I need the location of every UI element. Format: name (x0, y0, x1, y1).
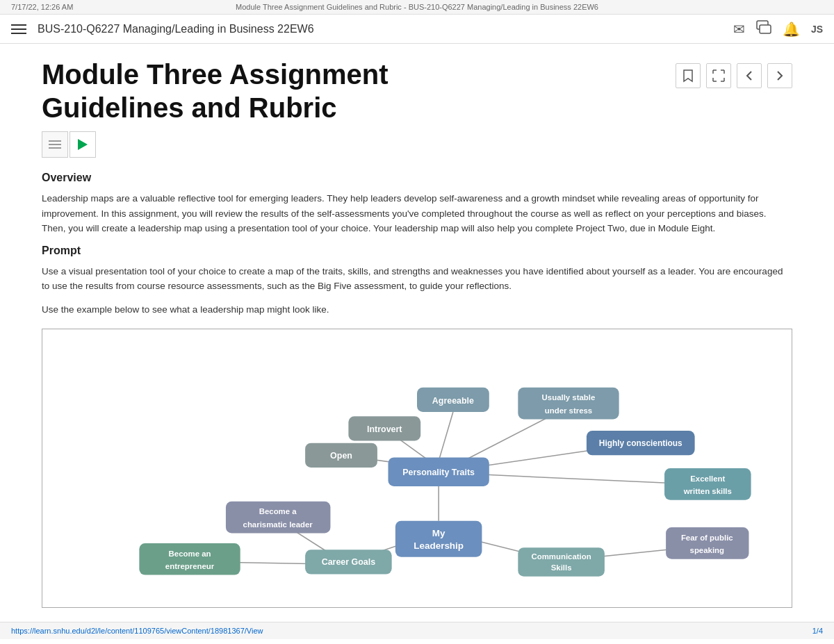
fear-public-label: Fear of public (681, 533, 733, 541)
svg-rect-1 (760, 25, 771, 33)
expand-button[interactable] (706, 63, 731, 88)
center-label: My (432, 527, 445, 538)
svg-line-8 (471, 474, 692, 484)
svg-rect-14 (395, 520, 482, 556)
svg-text:charismatic leader: charismatic leader (243, 520, 313, 529)
chat-icon[interactable] (756, 20, 771, 38)
top-navigation: BUS-210-Q6227 Managing/Leading in Busine… (0, 15, 834, 44)
bookmark-button[interactable] (676, 63, 701, 88)
usually-stable-label: Usually stable (542, 393, 596, 402)
media-play-button[interactable] (70, 131, 96, 158)
prompt-text-2: Use the example below to see what a lead… (42, 302, 792, 317)
media-list-button[interactable] (42, 131, 68, 158)
become-charismatic-label: Become a (259, 507, 297, 515)
page-count-bottom: 1/4 (812, 627, 823, 635)
svg-line-5 (439, 412, 453, 461)
bell-icon[interactable]: 🔔 (783, 21, 800, 38)
mail-icon[interactable]: ✉ (733, 21, 745, 38)
nav-right: ✉ 🔔 JS (733, 20, 823, 38)
personality-traits-label: Personality Traits (402, 468, 475, 477)
browser-bar: 7/17/22, 12:26 AM Module Three Assignmen… (0, 0, 834, 15)
excellent-written-label: Excellent (690, 474, 725, 482)
svg-text:speaking: speaking (690, 546, 724, 554)
svg-text:Leadership: Leadership (414, 540, 464, 551)
agreeable-label: Agreeable (432, 395, 474, 405)
tab-title: Module Three Assignment Guidelines and R… (214, 3, 620, 11)
page-header: Module Three Assignment Guidelines and R… (0, 44, 834, 131)
prompt-heading: Prompt (42, 245, 792, 257)
content-area: Overview Leadership maps are a valuable … (0, 131, 834, 622)
svg-text:Skills: Skills (551, 563, 572, 572)
introvert-label: Introvert (367, 424, 402, 434)
overview-text: Leadership maps are a valuable reflectiv… (42, 191, 792, 236)
next-button[interactable] (767, 63, 792, 88)
svg-text:under  stress: under stress (545, 406, 592, 415)
course-title: BUS-210-Q6227 Managing/Leading in Busine… (38, 23, 314, 35)
become-entrepreneur-label: Become an (169, 549, 211, 557)
header-actions (676, 63, 792, 88)
timestamp: 7/17/22, 12:26 AM (11, 3, 214, 11)
bottom-bar: https://learn.snhu.edu/d2l/le/content/11… (0, 622, 834, 639)
mind-map-svg: My Leadership Personality Traits Career … (56, 343, 778, 593)
overview-heading: Overview (42, 172, 792, 184)
svg-text:entrepreneur: entrepreneur (165, 562, 215, 570)
hamburger-menu[interactable] (11, 24, 26, 34)
highly-conscientious-label: Highly conscientious (599, 438, 682, 447)
open-label: Open (330, 451, 352, 461)
prev-button[interactable] (737, 63, 762, 88)
svg-text:written skills: written skills (683, 487, 732, 495)
prompt-text-1: Use a visual presentation tool of your c… (42, 264, 792, 294)
communication-skills-label: Communication (532, 552, 591, 560)
user-initials[interactable]: JS (811, 24, 823, 35)
nav-left: BUS-210-Q6227 Managing/Leading in Busine… (11, 23, 733, 35)
url-link[interactable]: https://learn.snhu.edu/d2l/le/content/11… (11, 627, 263, 635)
leadership-map-container: My Leadership Personality Traits Career … (42, 329, 792, 608)
career-goals-label: Career Goals (322, 557, 376, 567)
media-player (42, 131, 792, 158)
page-title: Module Three Assignment Guidelines and R… (42, 58, 528, 124)
